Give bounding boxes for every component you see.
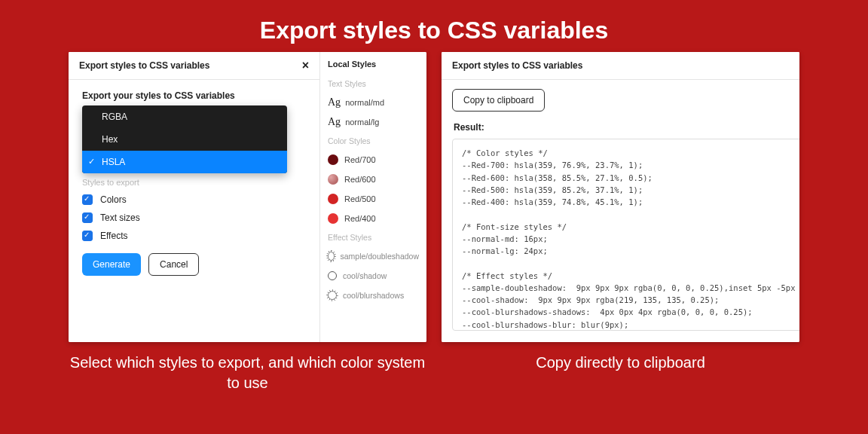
export-dialog-result: Export styles to CSS variables × Copy to… [442,52,799,342]
check-textsizes-row[interactable]: Text sizes [82,212,306,223]
color-style-name: Red/700 [344,155,376,164]
effect-style-name: sample/doubleshadow [341,252,420,261]
color-style-item[interactable]: Red/600 [328,174,419,185]
option-rgba[interactable]: RGBA [82,105,287,128]
dialog-header: Export styles to CSS variables × [69,52,319,80]
text-styles-label: Text Styles [328,79,419,88]
check-colors-row[interactable]: Colors [82,194,306,205]
option-hex[interactable]: Hex [82,128,287,151]
color-style-item[interactable]: Red/500 [328,194,419,204]
export-subhead: Export your styles to CSS variables [82,90,306,101]
check-effects-label: Effects [100,231,127,241]
text-sample-icon: Ag [328,96,341,108]
sidebar-title: Local Styles [328,60,419,69]
option-hsla[interactable]: HSLA [82,151,287,173]
color-style-name: Red/500 [344,194,376,203]
effect-style-item[interactable]: cool/blurshadows [328,291,419,300]
cancel-button[interactable]: Cancel [148,253,199,276]
close-icon[interactable]: × [302,60,309,72]
export-dialog-config: Export styles to CSS variables × Export … [69,52,426,342]
color-style-item[interactable]: Red/700 [328,154,419,165]
text-sample-icon: Ag [328,116,341,128]
effect-icon [328,252,335,261]
color-swatch-icon [328,154,338,165]
effect-icon [328,271,337,280]
color-swatch-icon [328,213,338,224]
dialog-title: Export styles to CSS variables [452,60,582,71]
checkbox-textsizes[interactable] [82,212,93,223]
checkbox-colors[interactable] [82,194,93,205]
dialog-header: Export styles to CSS variables × [442,52,799,80]
effect-icon [328,291,337,300]
styles-to-export-label: Styles to export [82,178,306,187]
text-style-item[interactable]: Agnormal/md [328,96,419,108]
result-code[interactable]: /* Color styles */ --Red-700: hsla(359, … [452,139,799,331]
effect-style-name: cool/shadow [343,271,387,280]
color-swatch-icon [328,174,338,185]
checkbox-effects[interactable] [82,231,93,241]
check-textsizes-label: Text sizes [100,212,140,223]
result-label: Result: [454,122,799,133]
color-swatch-icon [328,194,338,204]
color-style-name: Red/400 [344,214,376,223]
text-style-name: normal/lg [345,118,379,127]
effect-style-item[interactable]: sample/doubleshadow [328,252,419,261]
dialog-title: Export styles to CSS variables [79,60,209,71]
color-style-item[interactable]: Red/400 [328,213,419,224]
color-format-dropdown[interactable]: RGBA Hex HSLA [82,105,287,173]
generate-button[interactable]: Generate [82,253,141,276]
color-styles-label: Color Styles [328,136,419,145]
effect-style-item[interactable]: cool/shadow [328,271,419,280]
text-style-item[interactable]: Agnormal/lg [328,116,419,128]
effect-styles-label: Effect Styles [328,233,419,242]
effect-style-name: cool/blurshadows [343,291,404,300]
right-caption: Copy directly to clipboard [536,353,705,373]
copy-to-clipboard-button[interactable]: Copy to clipboard [452,89,545,112]
check-effects-row[interactable]: Effects [82,231,306,241]
text-style-name: normal/md [345,98,384,107]
color-style-name: Red/600 [344,175,376,184]
check-colors-label: Colors [100,194,127,205]
local-styles-sidebar: Local StylesText StylesAgnormal/mdAgnorm… [319,52,426,342]
page-title: Export styles to CSS variables [0,0,868,52]
left-caption: Select which styles to export, and which… [69,353,426,393]
